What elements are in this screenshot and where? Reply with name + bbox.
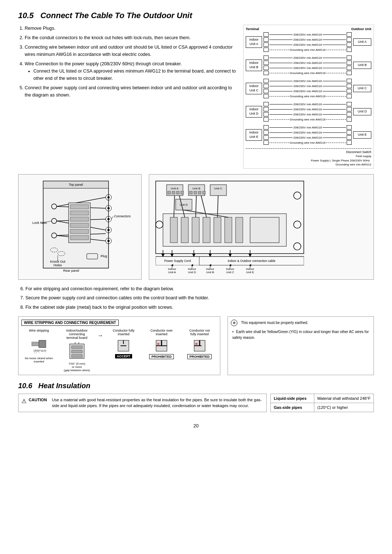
liquid-pipes-value: Material shall withstand 248°F (314, 394, 373, 403)
svg-rect-66 (250, 217, 279, 243)
outdoor-unit-b: Unit B (353, 62, 371, 69)
unit-e-row: IndoorUnit E 208/230V min AWG16 208/230V… (246, 125, 371, 145)
step-2: Fix the conduit connectors to the knock … (25, 34, 236, 41)
section-10-5-title: 10.5 Connect The Cable To The Outdoor Un… (18, 11, 374, 20)
gas-pipes-value: (120°C) or higher (314, 403, 351, 412)
wire-strip-icon: 15/32"±1/16" (10±1 mm) (32, 335, 46, 353)
wire-stripping-label: Wire stripping (29, 329, 49, 332)
outdoor-unit-d: Unit D (353, 108, 371, 115)
svg-rect-53 (203, 191, 205, 194)
unit-b-wires: 208/230V min AWG16 208/230V min AWG16 20… (264, 56, 352, 75)
indoor-unit-c-box: IndoorUnit C (246, 83, 262, 94)
svg-text:Connectors: Connectors (114, 214, 131, 218)
svg-rect-65 (236, 217, 243, 243)
conductor-accept-icon (116, 338, 131, 353)
unit-c-wires: 208/230V min AWG16 208/230V min AWG16 20… (264, 79, 352, 98)
svg-rect-54 (210, 185, 226, 196)
svg-point-10 (107, 229, 110, 231)
earth-symbol: ⊕ (231, 320, 237, 326)
page-number: 20 (18, 423, 374, 428)
caution-box-right: Liquid-side pipes Material shall withsta… (270, 394, 374, 412)
power-supply-label-right: Power Supply L Single Phase 208/230V 60H… (246, 159, 371, 162)
prohibit-badge-2: PROHIBITED (187, 354, 212, 359)
bullet-symbol: • (232, 330, 234, 334)
outdoor-unit-a: Unit A (353, 38, 371, 46)
unit-e-wires: 208/230V min AWG16 208/230V min AWG16 20… (264, 125, 352, 145)
svg-text:15/32"±1/16": 15/32"±1/16" (33, 349, 46, 352)
svg-text:Unit B: Unit B (192, 187, 200, 190)
unit-c-row: IndoorUnit C 208/230V min AWG16 208/230V… (246, 79, 371, 98)
terminal-board-label: Indoor/outdoorconnectingterminal board (66, 329, 88, 340)
caution-box-left: ⚠ CAUTION Use a material with good heat-… (18, 394, 267, 412)
svg-rect-27 (70, 205, 89, 209)
disconnect-area: Disconnect Switch Field supply Power Sup… (246, 148, 371, 166)
unit-b-row: IndoorUnit B 208/230V min AWG16 208/230V… (246, 56, 371, 75)
indoor-unit-b-box: IndoorUnit B (246, 59, 262, 71)
caution-text: Use a material with good heat-resistant … (52, 397, 264, 409)
indoor-unit-a-box: IndoorUnit A (246, 36, 262, 48)
step-4-sub: Connect the UL listed or CSA approved wi… (33, 67, 236, 82)
svg-rect-47 (181, 191, 184, 194)
svg-text:Unit D: Unit D (188, 271, 196, 274)
wiring-diagram-area: Terminal Outdoor Unit IndoorUnit A 208/2… (243, 25, 374, 169)
additional-steps: For wire stripping and connection requir… (18, 285, 374, 311)
unit-d-wires: 208/230V min AWG16 208/230V min AWG16 20… (264, 102, 352, 122)
unit-a-wires: 208/230V min AWG16 208/230V min AWG16 20… (264, 32, 352, 52)
earth-note-box: ⊕ This equipment must be properly earthe… (228, 316, 374, 375)
svg-rect-112 (72, 354, 82, 357)
svg-rect-44 (168, 191, 171, 194)
outdoor-unit-e: Unit E (353, 131, 371, 139)
fully-inserted-label: Conductor fullyinserted (113, 329, 134, 336)
svg-rect-111 (72, 350, 82, 353)
panel-svg: Top panel Connectors Lock Nuts (21, 177, 138, 275)
svg-point-4 (107, 196, 110, 198)
svg-text:Holes: Holes (53, 263, 62, 267)
svg-rect-61 (192, 217, 199, 243)
caution-icon: ⚠ (21, 397, 26, 406)
outdoor-unit-header: Outdoor Unit (351, 27, 372, 31)
svg-rect-34 (87, 254, 98, 259)
svg-point-12 (107, 240, 110, 242)
step-5: Connect the power supply cord and connec… (25, 84, 236, 99)
wire-strip-col: Wire stripping 15/32"±1/16" (10±1 mm) No… (21, 329, 57, 363)
terminal-board-icon (68, 342, 86, 360)
svg-rect-52 (198, 191, 201, 194)
section-10-6-title: 10.6 Heat Insulation (18, 382, 374, 390)
step-6: For wire stripping and connection requir… (25, 285, 374, 293)
svg-text:Unit A: Unit A (168, 271, 176, 274)
svg-text:Unit A: Unit A (171, 187, 179, 190)
outdoor-unit-c: Unit C (353, 85, 371, 92)
svg-text:Unit C: Unit C (214, 187, 222, 190)
svg-text:Top panel: Top panel (69, 183, 83, 186)
svg-rect-46 (176, 191, 179, 194)
accept-col: Conductor fullyinserted ACCEPT (106, 329, 141, 358)
step-1: Remove Plugs. (25, 25, 236, 32)
terminal-header: Terminal (246, 27, 259, 31)
svg-point-6 (107, 207, 110, 209)
not-insert-col: Conductor notfully inserted PROHIBITED (182, 329, 217, 359)
svg-text:Unit D: Unit D (180, 203, 188, 206)
svg-rect-31 (70, 229, 89, 234)
svg-rect-28 (70, 211, 89, 215)
arrow-icon: → (97, 329, 103, 339)
not-inserted-label: Conductor notfully inserted (189, 329, 210, 336)
svg-rect-45 (172, 191, 175, 194)
instructions-list: Remove Plugs. Fix the conduit connectors… (18, 25, 236, 169)
svg-rect-105 (39, 340, 46, 348)
indoor-unit-e-box: IndoorUnit E (246, 129, 262, 140)
svg-rect-50 (189, 191, 192, 194)
svg-rect-110 (72, 346, 82, 349)
svg-text:Unit C: Unit C (226, 271, 234, 274)
svg-rect-59 (170, 217, 177, 243)
step-8: Fix the cabinet side plate (metal) back … (25, 304, 374, 311)
accept-badge: ACCEPT (115, 354, 132, 358)
caution-label: CAUTION (29, 397, 47, 403)
svg-text:Indoor & Outdoor connection ca: Indoor & Outdoor connection cable (228, 259, 275, 263)
svg-rect-32 (70, 235, 89, 240)
prohibit-badge-1: PROHIBITED (149, 354, 174, 359)
svg-point-8 (107, 218, 110, 220)
unit-a-row: IndoorUnit A 208/230V min AWG16 208/230V… (246, 32, 371, 52)
gap-label: 7/32" (5 mm)or more(gap between wires) (64, 362, 90, 372)
svg-line-14 (111, 216, 113, 219)
over-inserted-label: Conductor overinserted (150, 329, 173, 336)
